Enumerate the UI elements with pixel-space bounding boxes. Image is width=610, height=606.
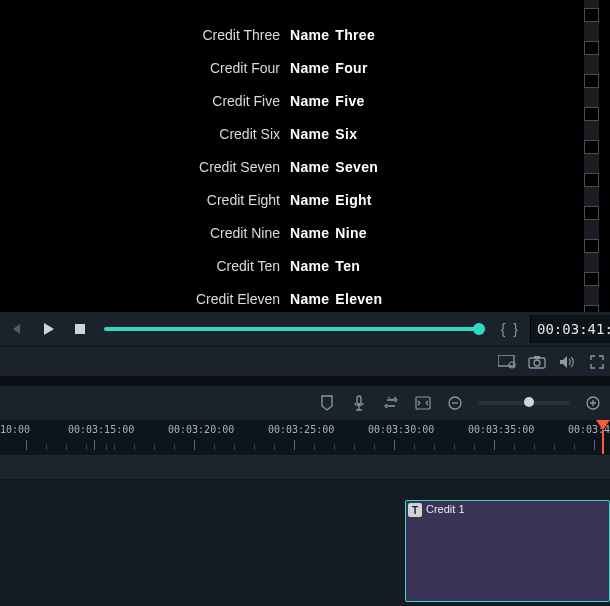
credit-label: Credit Six [0,126,290,142]
credit-label: Credit Eight [0,192,290,208]
svg-rect-0 [75,324,85,334]
zoom-slider[interactable] [478,401,570,405]
svg-rect-1 [498,355,514,366]
credit-row[interactable]: Credit FiveNameFive [0,84,574,117]
fullscreen-icon[interactable] [588,353,606,371]
audio-mixer-icon[interactable] [382,394,400,412]
ruler-label: 00:03:30:00 [368,424,434,435]
svg-rect-7 [416,397,430,409]
timeline-ruler[interactable]: 10:0000:03:15:0000:03:20:0000:03:25:0000… [0,420,610,454]
credit-row[interactable]: Credit ThreeNameThree [0,18,574,51]
mark-out-button[interactable]: } [509,321,522,337]
credits-list: Credit ThreeNameThreeCredit FourNameFour… [0,18,574,315]
credit-name: NameEleven [290,291,382,307]
credit-name: NameSeven [290,159,378,175]
playhead[interactable] [596,420,610,430]
credit-label: Credit Four [0,60,290,76]
fit-to-screen-icon[interactable] [414,394,432,412]
play-button[interactable] [36,317,60,341]
credit-row[interactable]: Credit NineNameNine [0,216,574,249]
film-strip [574,0,610,312]
ruler-label: 00:03:15:00 [68,424,134,435]
ruler-label: 00:03:25:00 [268,424,334,435]
credit-label: Credit Nine [0,225,290,241]
svg-rect-6 [357,396,361,404]
voiceover-icon[interactable] [350,394,368,412]
credit-name: NameFive [290,93,365,109]
title-badge-icon: T [408,503,422,517]
zoom-out-icon[interactable] [446,394,464,412]
seek-bar[interactable] [104,327,487,331]
clip-title: Credit 1 [426,503,465,515]
preview-options-bar [0,346,610,376]
credit-row[interactable]: Credit EightNameEight [0,183,574,216]
stop-button[interactable] [68,317,92,341]
credit-label: Credit Seven [0,159,290,175]
panel-divider [0,376,610,386]
preview-panel: Credit ThreeNameThreeCredit FourNameFour… [0,0,574,312]
credit-row[interactable]: Credit ElevenNameEleven [0,282,574,315]
svg-point-5 [534,360,540,366]
credit-row[interactable]: Credit FourNameFour [0,51,574,84]
volume-icon[interactable] [558,353,576,371]
credit-row[interactable]: Credit SevenNameSeven [0,150,574,183]
credit-row[interactable]: Credit SixNameSix [0,117,574,150]
title-clip[interactable]: T Credit 1 [405,500,610,602]
timecode-display[interactable]: 00:03:41:2 [530,315,610,343]
credit-label: Credit Three [0,27,290,43]
credit-name: NameSix [290,126,357,142]
credit-row[interactable]: Credit TenNameTen [0,249,574,282]
credit-name: NameNine [290,225,367,241]
ruler-label: 00:03:35:00 [468,424,534,435]
zoom-in-icon[interactable] [584,394,602,412]
ruler-label: 10:00 [0,424,30,435]
marker-icon[interactable] [318,394,336,412]
step-back-button[interactable] [4,317,28,341]
credit-name: NameTen [290,258,360,274]
timeline-toolbar [0,386,610,420]
credit-name: NameEight [290,192,372,208]
transport-bar: { } 00:03:41:2 [0,312,610,346]
credit-label: Credit Five [0,93,290,109]
credit-name: NameFour [290,60,368,76]
credit-label: Credit Eleven [0,291,290,307]
ruler-label: 00:03:20:00 [168,424,234,435]
credit-label: Credit Ten [0,258,290,274]
mark-in-button[interactable]: { [497,321,510,337]
credit-name: NameThree [290,27,375,43]
svg-rect-4 [534,356,540,359]
snapshot-icon[interactable] [528,353,546,371]
render-preview-icon[interactable] [498,353,516,371]
